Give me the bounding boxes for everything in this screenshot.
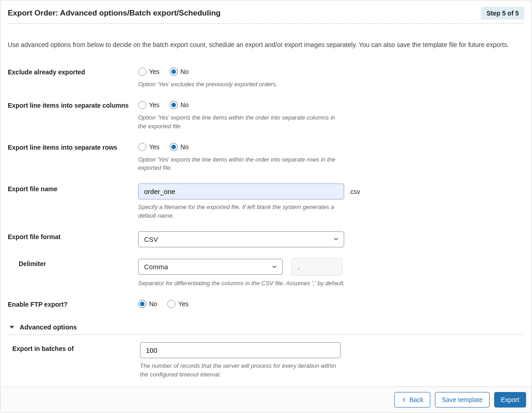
sepcols-label: Export line items into separate columns <box>8 102 129 109</box>
helper-text: Separator for differentiating the column… <box>138 279 366 288</box>
radio-label: Yes <box>178 300 189 308</box>
caret-down-icon <box>10 326 14 329</box>
batch-size-input[interactable] <box>140 342 341 358</box>
save-template-label: Save template <box>442 396 483 404</box>
helper-text: Specify a filename for the exported file… <box>138 203 343 220</box>
helper-text: Option 'Yes' exports the line items with… <box>138 156 343 173</box>
ftp-label: Enable FTP export? <box>8 301 67 308</box>
exclude-no-radio[interactable] <box>170 68 178 76</box>
sepcols-no-radio[interactable] <box>170 101 178 109</box>
delimiter-select[interactable]: Comma <box>138 259 283 275</box>
save-template-button[interactable]: Save template <box>435 392 490 408</box>
advanced-section-title: Advanced options <box>20 324 77 331</box>
page-title: Export Order: Advanced options/Batch exp… <box>8 9 221 18</box>
export-order-panel: Export Order: Advanced options/Batch exp… <box>0 0 532 413</box>
sepcols-yes-radio[interactable] <box>138 101 146 109</box>
radio-label: No <box>149 300 157 308</box>
radio-label: No <box>181 68 189 75</box>
batch-label: Export in batches of <box>12 345 74 352</box>
delimiter-char-readonly: , <box>292 258 342 276</box>
seprows-label: Export line items into separate rows <box>8 144 117 151</box>
radio-label: Yes <box>149 101 160 109</box>
filename-input[interactable] <box>138 183 344 199</box>
filename-label: Export file name <box>8 185 57 193</box>
radio-label: Yes <box>149 143 160 151</box>
helper-text: The number of records that the server wi… <box>140 362 345 379</box>
back-button-label: Back <box>409 396 424 404</box>
panel-header: Export Order: Advanced options/Batch exp… <box>0 0 532 23</box>
export-button-label: Export <box>501 396 519 404</box>
exclude-yes-radio[interactable] <box>138 68 146 76</box>
intro-text: Use advanced options from below to decid… <box>0 24 532 61</box>
helper-text: Option 'Yes' exports the line items with… <box>138 114 343 131</box>
chevron-left-icon <box>401 397 407 403</box>
seprows-no-radio[interactable] <box>170 143 178 151</box>
ftp-no-radio[interactable] <box>138 300 146 308</box>
back-button[interactable]: Back <box>394 392 430 408</box>
export-button[interactable]: Export <box>494 392 526 408</box>
delimiter-label: Delimiter <box>19 260 46 267</box>
radio-label: Yes <box>149 68 160 75</box>
helper-text: Option 'Yes' excludes the previously exp… <box>138 80 343 89</box>
format-select[interactable]: CSV <box>138 231 344 247</box>
seprows-yes-radio[interactable] <box>138 143 146 151</box>
advanced-options-toggle[interactable]: Advanced options <box>8 314 524 335</box>
radio-label: No <box>181 101 189 109</box>
radio-label: No <box>181 143 189 151</box>
ftp-yes-radio[interactable] <box>167 300 176 308</box>
footer-bar: Back Save template Export <box>0 387 532 413</box>
step-badge: Step 5 of 5 <box>481 7 524 20</box>
file-extension: .csv <box>349 188 360 195</box>
format-label: Export file format <box>8 233 61 240</box>
exclude-label: Exclude already exported <box>8 68 85 76</box>
